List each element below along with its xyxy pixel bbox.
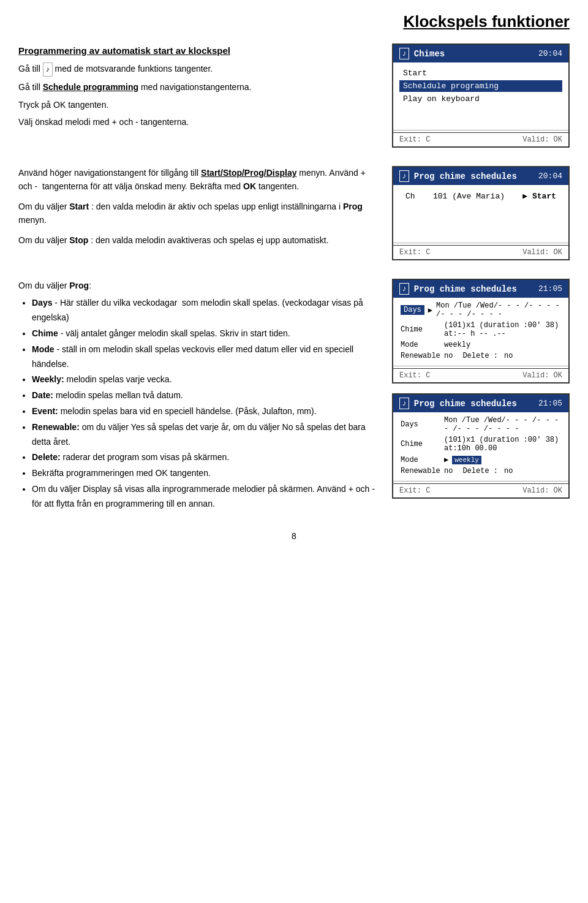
section1-schedule-programming: Schedule programming <box>43 82 138 92</box>
bullet-confirm: Bekräfta programmeringen med OK tangente… <box>32 466 380 481</box>
screen2-renewable-row: Renewable no Delete : no <box>397 350 565 361</box>
chime-value: (101)x1 (duration :00' 38) at:-- h -- .-… <box>444 321 561 338</box>
prog-chime-ch-label: Ch <box>405 192 415 201</box>
prog-chime-screen-1-footer: Exit: C Valid: OK <box>393 245 568 259</box>
delete-value: no <box>504 352 513 360</box>
prog-chime-music-icon-3: ♪ <box>399 398 409 409</box>
chimes-screen-time: 20:04 <box>538 49 562 58</box>
screen3-delete-value: no <box>504 467 513 475</box>
prog-chime-screen-2-footer-exit: Exit: C <box>399 371 430 380</box>
chimes-screen-body: Start Scheldule programing Play on keybo… <box>393 62 568 128</box>
screen3-mode-label: Mode <box>401 456 440 464</box>
prog-chime-screen-3-time: 21:05 <box>538 399 562 408</box>
prog-chime-screen-3-footer-exit: Exit: C <box>399 486 430 495</box>
bullet-days: Days - Här ställer du vilka veckodagar s… <box>32 296 380 325</box>
prog-chime-screen-1-body: Ch 101 (Ave Maria) ▶ Start <box>393 185 568 241</box>
screen2-days-row: Days ▶ Mon /Tue /Wed/- - - /- - - - /- -… <box>397 300 565 320</box>
prog-chime-screen-2-footer: Exit: C Valid: OK <box>393 368 568 382</box>
screen3-renewable-label: Renewable <box>401 467 440 475</box>
prog-chime-ch-value: 101 (Ave Maria) <box>433 192 505 201</box>
chimes-footer-exit: Exit: C <box>399 135 430 144</box>
screen3-days-value: Mon /Tue /Wed/- - - /- - - - /- - - /- -… <box>444 416 561 433</box>
section-1: Programmering av automatisk start av klo… <box>18 43 570 148</box>
bullet-mode-label: Mode <box>32 344 55 354</box>
days-arrow: ▶ <box>428 306 432 315</box>
prog-chime-screen-1-header: ♪ Prog chime schedules 20:04 <box>393 167 568 185</box>
prog-chime-screen-1-footer-valid: Valid: OK <box>522 248 562 257</box>
prog-chime-screen-3-header: ♪ Prog chime schedules 21:05 <box>393 395 568 412</box>
music-note-icon: ♪ <box>43 62 53 77</box>
prog-chime-screen-1-title: Prog chime schedules <box>414 172 517 181</box>
prog-chime-screen-2: ♪ Prog chime schedules 21:05 Days ▶ Mon … <box>392 279 570 383</box>
prog-chime-screen-2-header-left: ♪ Prog chime schedules <box>399 283 517 295</box>
section1-screen: ♪ Chimes 20:04 Start Scheldule programin… <box>392 43 570 148</box>
page-title: Klockspels funktioner <box>18 12 570 31</box>
renewable-label: Renewable <box>401 352 440 360</box>
page-number: 8 <box>18 531 570 541</box>
start-arrow-icon: ▶ Start <box>522 191 556 201</box>
prog-chime-music-icon-2: ♪ <box>399 283 409 295</box>
prog-chime-screen-2-title: Prog chime schedules <box>414 284 517 294</box>
section2-stop-keyword: Stop <box>69 235 88 245</box>
mode-label: Mode <box>401 341 440 349</box>
section2-prog-keyword: Prog <box>343 202 363 211</box>
chimes-screen-footer: Exit: C Valid: OK <box>393 132 568 146</box>
section2-para2: Om du väljer Start : den valda melodin ä… <box>18 200 380 227</box>
section3-text: Om du väljer Prog: Days - Här ställer du… <box>18 279 380 513</box>
section1-step4: Välj önskad melodi med + och - tangenter… <box>18 115 380 129</box>
screen3-mode-value: weekly <box>452 456 481 464</box>
prog-chime-screen-3-footer-valid: Valid: OK <box>522 486 562 495</box>
prog-chime-screen-2-footer-valid: Valid: OK <box>522 371 562 380</box>
screen3-mode-arrow: ▶ <box>444 455 448 464</box>
bullet-weekly: Weekly: melodin spelas varje vecka. <box>32 372 380 387</box>
prog-chime-music-icon-1: ♪ <box>399 170 409 182</box>
prog-chime-screen-1-time: 20:04 <box>538 172 562 181</box>
section2-para1: Använd höger navigationstangent för till… <box>18 166 380 194</box>
bullet-weekly-label: Weekly: <box>32 374 64 384</box>
mode-value: weekly <box>444 341 561 349</box>
days-tag: Days <box>401 305 424 315</box>
prog-chime-screen-3-title: Prog chime schedules <box>414 399 517 409</box>
screen3-chime-value: (101)x1 (duration :00' 38) at:10h 00.00 <box>444 436 561 453</box>
prog-chime-screen-1-header-left: ♪ Prog chime schedules <box>399 170 517 182</box>
section2-text: Använd höger navigationstangent för till… <box>18 166 380 260</box>
section2-menu-name: Start/Stop/Prog/Display <box>201 168 296 178</box>
section-2: Använd höger navigationstangent för till… <box>18 166 570 260</box>
section2-para3: Om du väljer Stop : den valda melodin av… <box>18 233 380 247</box>
chimes-screen-title: Chimes <box>414 49 445 59</box>
bullet-chime: Chime - välj antalet gånger melodin skal… <box>32 327 380 341</box>
bullet-event: Event: melodin spelas bara vid en specie… <box>32 404 380 419</box>
section3-intro: Om du väljer Prog: <box>18 279 380 292</box>
chimes-menu-start: Start <box>399 67 562 79</box>
bullet-days-label: Days <box>32 298 52 308</box>
prog-chime-screen-3-footer: Exit: C Valid: OK <box>393 483 568 497</box>
screen3-mode-row: Mode ▶ weekly <box>397 454 565 466</box>
section1-step1: Gå till ♪ med de motsvarande funktions t… <box>18 62 380 77</box>
chimes-footer-valid: Valid: OK <box>522 135 562 144</box>
prog-chime-screen-2-time: 21:05 <box>538 284 562 293</box>
prog-chime-screen-1: ♪ Prog chime schedules 20:04 Ch 101 (Ave… <box>392 166 570 260</box>
section3-screens: ♪ Prog chime schedules 21:05 Days ▶ Mon … <box>392 279 570 499</box>
bullet-chime-label: Chime <box>32 328 58 338</box>
section3-bullet-list: Days - Här ställer du vilka veckodagar s… <box>18 296 380 511</box>
chime-label: Chime <box>401 325 440 334</box>
prog-chime-screen-2-header: ♪ Prog chime schedules 21:05 <box>393 280 568 298</box>
screen3-days-row: Days Mon /Tue /Wed/- - - /- - - - /- - -… <box>397 415 565 434</box>
bullet-date-label: Date: <box>32 390 53 400</box>
bullet-renewable-label: Renewable: <box>32 422 80 432</box>
bullet-delete: Delete: raderar det program som visas på… <box>32 450 380 465</box>
bullet-date: Date: melodin spelas mellan två datum. <box>32 388 380 403</box>
section2-start-keyword: Start <box>69 202 89 211</box>
screen3-renewable-value: no <box>444 467 453 475</box>
section-3: Om du väljer Prog: Days - Här ställer du… <box>18 279 570 513</box>
section2-screen: ♪ Prog chime schedules 20:04 Ch 101 (Ave… <box>392 166 570 260</box>
renewable-value: no <box>444 352 453 360</box>
chimes-screen-header-left: ♪ Chimes <box>399 48 445 59</box>
section1-step2: Gå till Schedule programming med navigat… <box>18 80 380 94</box>
prog-chime-screen-1-footer-exit: Exit: C <box>399 248 430 257</box>
prog-chime-screen-3-header-left: ♪ Prog chime schedules <box>399 398 517 409</box>
chimes-screen-header: ♪ Chimes 20:04 <box>393 45 568 62</box>
prog-chime-screen-2-body: Days ▶ Mon /Tue /Wed/- - - /- - - - /- -… <box>393 298 568 364</box>
days-value: Mon /Tue /Wed/- - - /- - - - /- - - /- -… <box>436 301 561 319</box>
screen3-chime-row: Chime (101)x1 (duration :00' 38) at:10h … <box>397 434 565 454</box>
